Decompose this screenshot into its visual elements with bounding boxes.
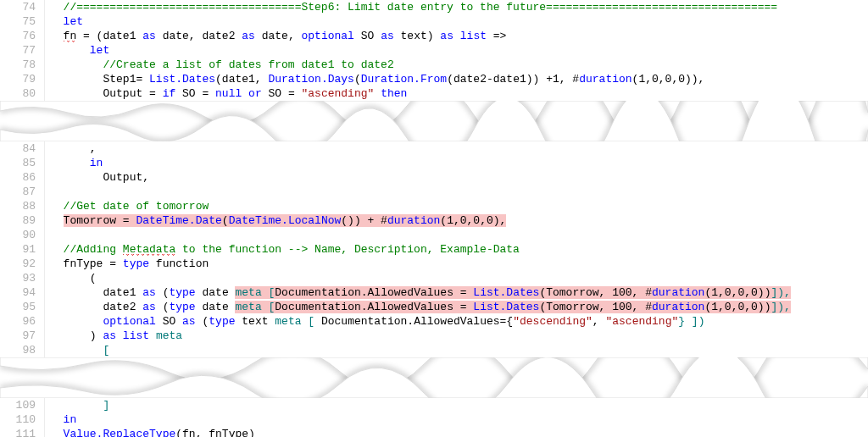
token: date2 xyxy=(202,30,242,42)
token: ()) + # xyxy=(341,214,387,227)
token xyxy=(50,344,103,357)
code-line[interactable]: 97 ) as list meta xyxy=(0,329,868,343)
code-line[interactable]: 90 xyxy=(0,228,868,242)
code-content[interactable]: Tomorrow = DateTime.Date(DateTime.LocalN… xyxy=(45,213,868,228)
code-content[interactable]: let xyxy=(45,14,868,29)
code-content[interactable]: fn = (date1 as date, date2 as date, opti… xyxy=(45,29,868,43)
token xyxy=(50,30,64,42)
token: duration xyxy=(652,301,704,313)
code-content[interactable] xyxy=(45,228,868,242)
code-line[interactable]: 89 Tomorrow = DateTime.Date(DateTime.Loc… xyxy=(0,213,868,228)
code-line[interactable]: 110 in xyxy=(0,412,868,427)
code-content[interactable]: //Create a list of dates from date1 to d… xyxy=(45,58,868,72)
code-content[interactable]: , xyxy=(45,141,868,156)
token xyxy=(50,142,90,155)
token: ( xyxy=(156,301,170,313)
code-line[interactable]: 92 fnType = type function xyxy=(0,257,868,271)
token xyxy=(50,58,103,71)
token xyxy=(50,87,103,100)
code-content[interactable]: date1 as (type date meta [Documentation.… xyxy=(45,285,868,300)
code-content[interactable]: date2 as (type date meta [Documentation.… xyxy=(45,300,868,314)
code-line[interactable]: 77 let xyxy=(0,43,868,58)
line-number: 96 xyxy=(0,314,45,329)
token: Documentation.AllowedValues = xyxy=(275,286,473,299)
code-line[interactable]: 88 //Get date of tomorrow xyxy=(0,199,868,213)
token: ( xyxy=(175,428,182,437)
line-number: 98 xyxy=(0,343,45,357)
token: date1, xyxy=(222,73,269,86)
token: in xyxy=(64,413,77,426)
token: meta xyxy=(235,286,268,299)
code-line[interactable]: 95 date2 as (type date meta [Documentati… xyxy=(0,300,868,314)
token: //Adding xyxy=(64,243,123,256)
token: meta xyxy=(275,315,308,328)
token: date xyxy=(196,301,236,313)
token: Output, xyxy=(103,171,149,184)
line-number: 109 xyxy=(0,398,45,412)
code-line[interactable]: 74 //==================================S… xyxy=(0,0,868,14)
line-number: 91 xyxy=(0,242,45,257)
code-line[interactable]: 84 , xyxy=(0,141,868,156)
line-number: 85 xyxy=(0,156,45,170)
token xyxy=(50,214,64,227)
code-line[interactable]: 87 xyxy=(0,185,868,199)
token: then xyxy=(381,87,407,100)
token: let xyxy=(64,15,83,28)
code-line[interactable]: 86 Output, xyxy=(0,170,868,185)
token xyxy=(50,73,103,86)
code-line[interactable]: 75 let xyxy=(0,14,868,29)
line-number: 92 xyxy=(0,257,45,271)
token: , fnType) xyxy=(196,428,255,437)
code-line[interactable]: 94 date1 as (type date meta [Documentati… xyxy=(0,285,868,300)
code-line[interactable]: 111 Value.ReplaceType(fn, fnType) xyxy=(0,427,868,437)
code-line[interactable]: 76 fn = (date1 as date, date2 as date, o… xyxy=(0,29,868,43)
token: } xyxy=(678,315,692,328)
code-content[interactable]: in xyxy=(45,412,868,427)
line-number: 97 xyxy=(0,329,45,343)
token: , xyxy=(593,315,606,328)
code-content[interactable]: Value.ReplaceType(fn, fnType) xyxy=(45,427,868,437)
token xyxy=(149,329,156,342)
token xyxy=(50,315,103,328)
code-content[interactable]: optional SO as (type text meta [ Documen… xyxy=(45,314,868,329)
token: text) xyxy=(394,30,441,42)
token: List.Dates xyxy=(473,301,539,313)
token: date2-date1)) +1, # xyxy=(453,73,579,86)
token: text xyxy=(236,315,275,328)
code-content[interactable]: ( xyxy=(45,271,868,285)
code-line[interactable]: 93 ( xyxy=(0,271,868,285)
code-content[interactable]: Output = if SO = null or SO = "ascending… xyxy=(45,86,868,101)
code-line[interactable]: 96 optional SO as (type text meta [ Docu… xyxy=(0,314,868,329)
code-line[interactable]: 78 //Create a list of dates from date1 t… xyxy=(0,58,868,72)
code-line[interactable]: 109 ] xyxy=(0,398,868,412)
code-content[interactable] xyxy=(45,185,868,199)
token: ), xyxy=(777,301,791,313)
token: SO xyxy=(354,30,381,42)
token xyxy=(50,44,90,57)
code-content[interactable]: ] xyxy=(45,398,868,412)
token xyxy=(50,399,103,412)
code-content[interactable]: ) as list meta xyxy=(45,329,868,343)
code-line[interactable]: 91 //Adding Metadata to the function -->… xyxy=(0,242,868,257)
token xyxy=(50,15,64,28)
token: date1 xyxy=(103,30,142,42)
token: ( xyxy=(354,73,361,86)
code-line[interactable]: 85 in xyxy=(0,156,868,170)
torn-paper-gap xyxy=(0,357,868,398)
token xyxy=(50,413,64,426)
code-line[interactable]: 79 Step1= List.Dates(date1, Duration.Day… xyxy=(0,72,868,86)
code-content[interactable]: Step1= List.Dates(date1, Duration.Days(D… xyxy=(45,72,868,86)
code-content[interactable]: let xyxy=(45,43,868,58)
code-line[interactable]: 98 [ xyxy=(0,343,868,357)
code-content[interactable]: //Adding Metadata to the function --> Na… xyxy=(45,242,868,257)
code-content[interactable]: Output, xyxy=(45,170,868,185)
code-content[interactable]: [ xyxy=(45,343,868,357)
code-line[interactable]: 80 Output = if SO = null or SO = "ascend… xyxy=(0,86,868,101)
code-content[interactable]: in xyxy=(45,156,868,170)
code-content[interactable]: fnType = type function xyxy=(45,257,868,271)
code-content[interactable]: //==================================Step… xyxy=(45,0,868,14)
line-number: 89 xyxy=(0,213,45,228)
code-content[interactable]: //Get date of tomorrow xyxy=(45,199,868,213)
code-editor[interactable]: 74 //==================================S… xyxy=(0,0,868,437)
token: date xyxy=(196,286,236,299)
